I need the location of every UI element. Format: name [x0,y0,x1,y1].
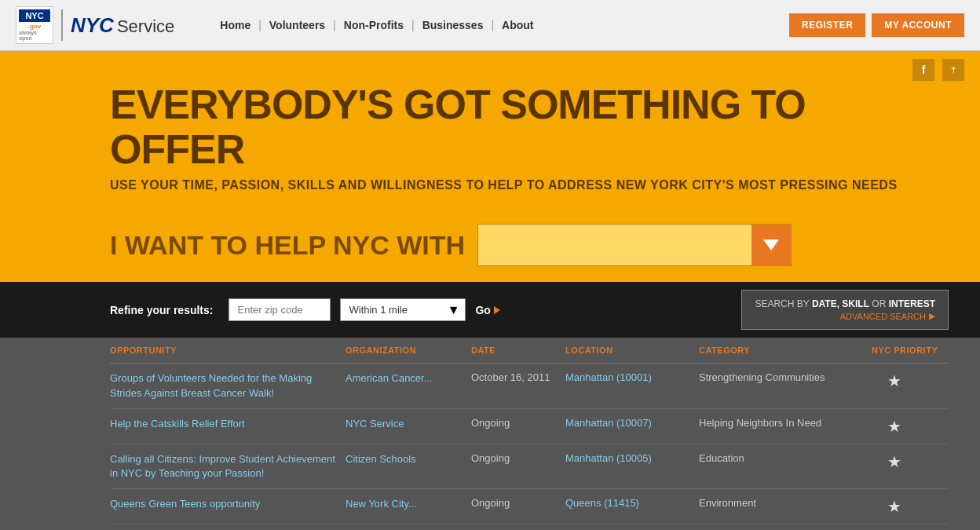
nyc-logo-part: NYC [71,13,114,37]
cell-location-2: Manhattan (10005) [565,452,699,464]
nyc-gov-logo: NYC .gov always open [16,6,53,44]
cell-org-2: Citizen Schools [346,452,471,466]
cell-opportunity-3[interactable]: Queens Green Teens opportunity [110,497,346,511]
cell-location-0: Manhattan (10001) [565,371,699,383]
header-buttons: REGISTER MY ACCOUNT [789,13,964,37]
opportunity-link-1[interactable]: Help the Catskills Relief Effort [110,417,346,431]
distance-select[interactable]: Within 1 mile Within 5 miles Within 10 m… [340,298,466,321]
cell-opportunity-2[interactable]: Calling all Citizens: Improve Student Ac… [110,452,346,481]
zip-input[interactable] [229,298,331,321]
cell-date-1: Ongoing [471,417,565,429]
table-row: NYC Citizen Corps Council Communication … [110,525,949,530]
opportunity-link-3[interactable]: Queens Green Teens opportunity [110,497,346,511]
table-row: Help the Catskills Relief Effort NYC Ser… [110,409,949,444]
nav-sep-1: | [257,19,263,31]
search-label: I WANT TO HELP NYC WITH [110,230,465,261]
service-logo-part: Service [117,16,174,36]
cell-category-2: Education [699,452,872,464]
go-arrow-icon [494,306,500,314]
search-dropdown[interactable] [477,224,792,266]
my-account-button[interactable]: MY ACCOUNT [872,13,964,37]
banner-headline: EVERYBODY'S GOT SOMETHING TO OFFER [110,82,949,172]
logo-area: NYC .gov always open NYCService [16,6,174,44]
nav-businesses[interactable]: Businesses [416,19,490,31]
facebook-icon[interactable]: f [912,59,934,81]
results-area: OPPORTUNITY ORGANIZATION DATE LOCATION C… [0,338,980,530]
nyc-service-logo: NYCService [71,13,174,38]
table-row: Groups of Volunteers Needed for the Maki… [110,364,949,408]
table-row: Queens Green Teens opportunity New York … [110,489,949,525]
star-icon-2: ★ [887,452,901,471]
nav-home[interactable]: Home [214,19,257,31]
advanced-search-box[interactable]: SEARCH BY DATE, SKILL OR INTEREST ADVANC… [741,290,949,330]
cell-org-0: American Cancer... [346,371,471,386]
table-row: Calling all Citizens: Improve Student Ac… [110,444,949,489]
col-header-priority: NYC PRIORITY [872,345,966,355]
cell-priority-1: ★ [872,417,966,436]
cell-opportunity-0[interactable]: Groups of Volunteers Needed for the Maki… [110,371,346,400]
nav-about[interactable]: About [495,19,539,31]
cell-category-0: Strengthening Communities [699,371,872,383]
hero-banner: f ⍑ EVERYBODY'S GOT SOMETHING TO OFFER U… [0,51,980,282]
cell-org-1: NYC Service [346,417,471,431]
nav-volunteers[interactable]: Volunteers [263,19,331,31]
main-nav: Home | Volunteers | Non-Profits | Busine… [214,19,789,31]
nav-sep-2: | [331,19,338,31]
col-header-category: CATEGORY [699,345,872,355]
cell-priority-3: ★ [872,497,966,516]
col-header-organization: ORGANIZATION [346,345,471,355]
nav-sep-3: | [410,19,416,31]
cell-date-3: Ongoing [471,497,565,509]
col-header-location: LOCATION [565,345,699,355]
nav-sep-4: | [489,19,495,31]
cell-date-2: Ongoing [471,452,565,464]
opportunity-link-0[interactable]: Groups of Volunteers Needed for the Maki… [110,371,346,400]
banner-subheadline: USE YOUR TIME, PASSION, SKILLS AND WILLI… [110,178,949,192]
cell-date-0: October 16, 2011 [471,371,565,383]
cell-priority-2: ★ [872,452,966,471]
cell-category-3: Environment [699,497,872,509]
col-header-opportunity: OPPORTUNITY [110,345,346,355]
search-input[interactable] [478,225,751,265]
site-header: NYC .gov always open NYCService Home | V… [0,0,980,51]
star-icon-1: ★ [887,417,901,436]
star-icon-0: ★ [887,371,901,390]
refine-bar: Refine your results: Within 1 mile Withi… [0,282,980,338]
cell-category-1: Helping Neighbors In Need [699,417,872,429]
nav-nonprofits[interactable]: Non-Profits [338,19,410,31]
cell-priority-0: ★ [872,371,966,390]
results-header: OPPORTUNITY ORGANIZATION DATE LOCATION C… [110,338,949,364]
search-by-text: SEARCH BY DATE, SKILL OR INTEREST [755,298,935,309]
refine-label: Refine your results: [110,304,213,316]
cell-location-1: Manhattan (10007) [565,417,699,429]
cell-opportunity-1[interactable]: Help the Catskills Relief Effort [110,417,346,431]
go-button[interactable]: Go [475,304,499,316]
logo-divider [61,9,63,41]
advanced-search-link[interactable]: ADVANCED SEARCH ▶ [755,311,935,321]
opportunity-link-2[interactable]: Calling all Citizens: Improve Student Ac… [110,452,346,481]
cell-location-3: Queens (11415) [565,497,699,509]
star-icon-3: ★ [887,497,901,516]
rss-icon[interactable]: ⍑ [942,59,964,81]
dropdown-arrow-icon [763,239,779,250]
cell-org-3: New York City... [346,497,471,511]
search-dropdown-arrow[interactable] [751,225,791,265]
register-button[interactable]: REGISTER [789,13,865,37]
advanced-arrow-icon: ▶ [929,311,935,321]
social-icons: f ⍑ [912,59,964,81]
search-bar: I WANT TO HELP NYC WITH [110,224,949,266]
col-header-date: DATE [471,345,565,355]
